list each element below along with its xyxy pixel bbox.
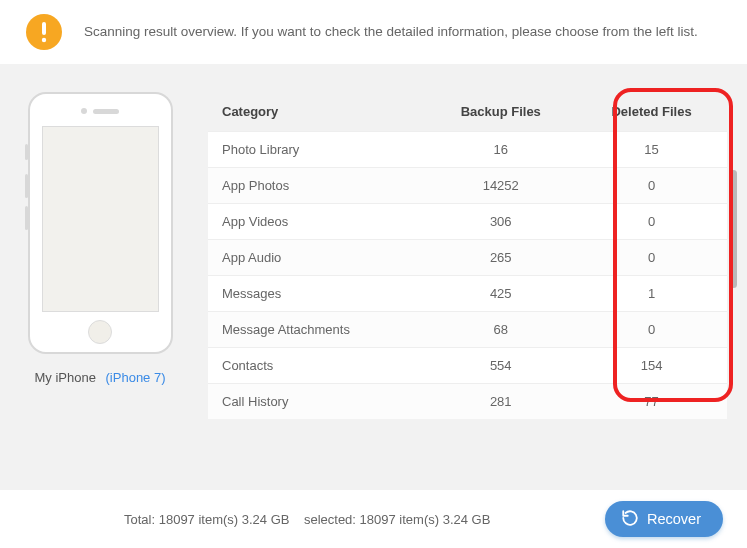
cell-category: Photo Library xyxy=(208,132,425,168)
cell-deleted: 15 xyxy=(576,132,727,168)
col-deleted[interactable]: Deleted Files xyxy=(576,92,727,132)
cell-category: Message Attachments xyxy=(208,312,425,348)
banner-text: Scanning result overview. If you want to… xyxy=(84,22,698,42)
table-row[interactable]: Contacts 554 154 xyxy=(208,348,727,384)
side-button-icon xyxy=(25,174,28,198)
recover-button[interactable]: Recover xyxy=(605,501,723,537)
cell-deleted: 0 xyxy=(576,204,727,240)
cell-backup: 306 xyxy=(425,204,576,240)
cell-deleted: 77 xyxy=(576,384,727,420)
table-row[interactable]: Messages 425 1 xyxy=(208,276,727,312)
device-label: My iPhone (iPhone 7) xyxy=(20,370,180,385)
table-row[interactable]: Message Attachments 68 0 xyxy=(208,312,727,348)
device-name: My iPhone xyxy=(34,370,95,385)
info-banner: Scanning result overview. If you want to… xyxy=(0,0,747,64)
cell-category: App Audio xyxy=(208,240,425,276)
cell-category: Messages xyxy=(208,276,425,312)
results-table: Category Backup Files Deleted Files Phot… xyxy=(208,92,727,419)
home-button-icon xyxy=(88,320,112,344)
cell-category: Contacts xyxy=(208,348,425,384)
cell-deleted: 0 xyxy=(576,168,727,204)
device-mockup xyxy=(28,92,173,354)
col-category[interactable]: Category xyxy=(208,92,425,132)
cell-backup: 14252 xyxy=(425,168,576,204)
status-text: Total: 18097 item(s) 3.24 GB selected: 1… xyxy=(124,512,490,527)
cell-backup: 425 xyxy=(425,276,576,312)
cell-category: Call History xyxy=(208,384,425,420)
cell-backup: 16 xyxy=(425,132,576,168)
col-backup[interactable]: Backup Files xyxy=(425,92,576,132)
side-button-icon xyxy=(25,206,28,230)
table-row[interactable]: App Videos 306 0 xyxy=(208,204,727,240)
cell-category: App Videos xyxy=(208,204,425,240)
cell-backup: 281 xyxy=(425,384,576,420)
table-row[interactable]: Photo Library 16 15 xyxy=(208,132,727,168)
results-table-wrap: Category Backup Files Deleted Files Phot… xyxy=(208,92,727,419)
cell-backup: 554 xyxy=(425,348,576,384)
device-model: (iPhone 7) xyxy=(106,370,166,385)
cell-deleted: 0 xyxy=(576,240,727,276)
device-screen xyxy=(42,126,159,312)
warning-icon xyxy=(26,14,62,50)
cell-deleted: 0 xyxy=(576,312,727,348)
side-button-icon xyxy=(25,144,28,160)
table-row[interactable]: Call History 281 77 xyxy=(208,384,727,420)
cell-deleted: 1 xyxy=(576,276,727,312)
cell-backup: 265 xyxy=(425,240,576,276)
cell-backup: 68 xyxy=(425,312,576,348)
scrollbar-thumb[interactable] xyxy=(730,170,737,288)
speaker-icon xyxy=(81,108,119,114)
recover-label: Recover xyxy=(647,511,701,527)
recover-icon xyxy=(621,509,639,530)
footer-bar: Total: 18097 item(s) 3.24 GB selected: 1… xyxy=(0,490,747,548)
device-panel: My iPhone (iPhone 7) xyxy=(20,92,180,419)
table-row[interactable]: App Photos 14252 0 xyxy=(208,168,727,204)
cell-deleted: 154 xyxy=(576,348,727,384)
cell-category: App Photos xyxy=(208,168,425,204)
svg-point-1 xyxy=(42,38,46,42)
table-row[interactable]: App Audio 265 0 xyxy=(208,240,727,276)
svg-rect-0 xyxy=(42,22,46,35)
